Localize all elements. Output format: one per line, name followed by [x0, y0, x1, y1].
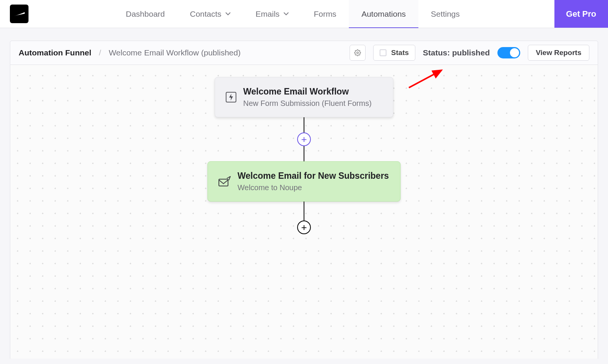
action-subtitle: Welcome to Noupe [238, 183, 389, 192]
node-text: Welcome Email for New Subscribers Welcom… [238, 171, 389, 192]
connector-line [304, 146, 304, 161]
nav-label: Contacts [190, 9, 222, 19]
main-nav: Dashboard Contacts Emails Forms Automati… [113, 0, 472, 28]
breadcrumb-separator: / [99, 48, 101, 57]
nav-dashboard[interactable]: Dashboard [113, 0, 177, 28]
svg-point-0 [357, 52, 359, 54]
nav-settings[interactable]: Settings [418, 0, 472, 28]
breadcrumb-root[interactable]: Automation Funnel [19, 48, 91, 57]
gear-icon [354, 49, 361, 56]
svg-line-1 [409, 70, 442, 88]
nav-contacts[interactable]: Contacts [177, 0, 243, 28]
status-label: Status: published [423, 48, 490, 57]
action-node[interactable]: Welcome Email for New Subscribers Welcom… [207, 161, 401, 202]
add-step-button[interactable]: + [297, 221, 311, 234]
send-email-icon [218, 176, 231, 187]
nav-label: Settings [431, 9, 460, 19]
trigger-subtitle: New Form Submission (Fluent Forms) [243, 99, 372, 108]
button-label: View Reports [536, 49, 581, 57]
action-title: Welcome Email for New Subscribers [238, 171, 389, 181]
logo-icon [10, 5, 28, 23]
funnel-canvas[interactable]: Welcome Email Workflow New Form Submissi… [10, 65, 598, 359]
checkbox-icon [380, 49, 386, 56]
flow: Welcome Email Workflow New Form Submissi… [207, 77, 401, 234]
settings-button[interactable] [350, 45, 366, 61]
button-label: Get Pro [566, 9, 596, 19]
nav-label: Dashboard [126, 9, 165, 19]
nav-automations[interactable]: Automations [349, 0, 418, 28]
trigger-title: Welcome Email Workflow [243, 87, 372, 97]
get-pro-button[interactable]: Get Pro [554, 0, 608, 28]
status-toggle[interactable] [497, 47, 520, 58]
svg-rect-2 [219, 179, 228, 186]
trigger-node[interactable]: Welcome Email Workflow New Form Submissi… [215, 77, 393, 117]
add-step-button[interactable]: + [297, 132, 311, 146]
top-navbar: Dashboard Contacts Emails Forms Automati… [0, 0, 608, 28]
button-label: Stats [391, 49, 408, 57]
app-logo[interactable] [0, 0, 41, 28]
connector-line [304, 202, 304, 221]
nav-emails[interactable]: Emails [243, 0, 301, 28]
annotation-arrow [407, 69, 444, 89]
connector-line [304, 117, 304, 132]
node-text: Welcome Email Workflow New Form Submissi… [243, 87, 372, 108]
nav-label: Forms [314, 9, 337, 19]
chevron-down-icon [225, 12, 231, 16]
view-reports-button[interactable]: View Reports [528, 45, 589, 61]
bolt-icon [226, 92, 236, 102]
chevron-down-icon [283, 12, 289, 16]
breadcrumb-name: Welcome Email Workflow (published) [109, 48, 241, 57]
toolbar: Automation Funnel / Welcome Email Workfl… [10, 41, 598, 65]
nav-label: Automations [361, 9, 406, 19]
stats-button[interactable]: Stats [373, 45, 415, 61]
toggle-knob [510, 48, 519, 57]
nav-forms[interactable]: Forms [301, 0, 349, 28]
nav-label: Emails [256, 9, 280, 19]
